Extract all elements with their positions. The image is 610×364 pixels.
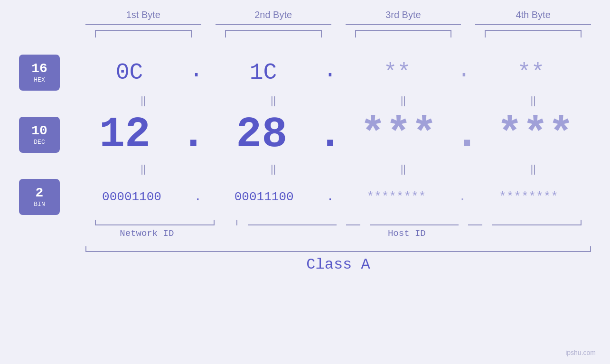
bin-val-1: 00001100 <box>69 190 194 204</box>
top-bracket-2 <box>225 30 322 37</box>
hex-byte-2: 1C <box>203 60 323 85</box>
dec-byte-2: 28 <box>206 111 317 159</box>
eq-1-3: || <box>346 93 461 109</box>
byte-header-3: 3rd Byte <box>346 9 461 25</box>
main-container: 1st Byte 2nd Byte 3rd Byte 4th Byte 16 H… <box>0 0 610 364</box>
dec-val-1: 12 <box>69 111 180 159</box>
dec-val-3: *** <box>343 111 454 159</box>
hex-byte-3: ** <box>337 60 457 85</box>
eq-1-1: || <box>85 93 201 109</box>
dec-label: DEC <box>34 139 45 146</box>
dec-byte-1: 12 <box>69 111 180 159</box>
dec-dot-3: . <box>454 111 480 159</box>
network-bracket <box>95 220 215 225</box>
byte-header-2: 2nd Byte <box>216 9 331 25</box>
bin-val-2: 00011100 <box>202 190 327 204</box>
equals-row-1: || || || || <box>85 93 591 109</box>
dec-dot-1: . <box>180 111 206 159</box>
top-brackets <box>85 30 591 37</box>
dec-row: 10 DEC 12 . 28 . *** . *** <box>19 111 591 159</box>
bin-byte-2: 00011100 <box>202 190 327 204</box>
top-bracket-3 <box>355 30 452 37</box>
bin-values: 00001100 . 00011100 . ******** . *******… <box>69 190 591 204</box>
hex-row: 16 HEX 0C . 1C . ** . ** <box>19 55 591 91</box>
hex-dot-3: . <box>457 57 471 88</box>
dec-val-2: 28 <box>206 111 317 159</box>
bin-row: 2 BIN 00001100 . 00011100 . ******** . *… <box>19 179 591 215</box>
dec-val-4: *** <box>480 111 591 159</box>
hex-label: HEX <box>34 76 45 84</box>
bin-byte-3: ******** <box>334 190 459 204</box>
eq-1-4: || <box>475 93 591 109</box>
class-row: Class A <box>85 256 591 273</box>
hex-dot-1: . <box>189 57 203 88</box>
bin-byte-4: ******** <box>466 190 591 204</box>
host-id-label: Host ID <box>223 228 591 239</box>
equals-row-2: || || || || <box>85 161 591 177</box>
bin-number: 2 <box>36 186 44 201</box>
hex-badge: 16 HEX <box>19 55 60 91</box>
hex-values: 0C . 1C . ** . ** <box>69 57 591 88</box>
top-bracket-4 <box>485 30 582 37</box>
hex-dot-2: . <box>323 57 337 88</box>
hex-val-4: ** <box>471 60 591 85</box>
byte-headers: 1st Byte 2nd Byte 3rd Byte 4th Byte <box>85 9 591 25</box>
hex-val-3: ** <box>337 60 457 85</box>
full-bracket <box>85 246 591 252</box>
eq-2-1: || <box>85 161 201 177</box>
dec-dot-2: . <box>317 111 343 159</box>
top-bracket-1 <box>95 30 192 37</box>
byte-header-1: 1st Byte <box>85 9 201 25</box>
dec-byte-3: *** <box>343 111 454 159</box>
bin-label: BIN <box>34 201 45 208</box>
hex-byte-1: 0C <box>69 60 189 85</box>
watermark: ipshu.com <box>565 349 596 356</box>
dec-byte-4: *** <box>480 111 591 159</box>
bin-dot-2: . <box>327 190 334 204</box>
network-id-label: Network ID <box>85 228 208 239</box>
host-bracket-left-border <box>236 220 591 225</box>
dec-badge: 10 DEC <box>19 117 60 153</box>
bin-badge: 2 BIN <box>19 179 60 215</box>
eq-1-2: || <box>216 93 331 109</box>
class-label: Class A <box>306 256 370 273</box>
hex-number: 16 <box>31 62 47 76</box>
bin-byte-1: 00001100 <box>69 190 194 204</box>
hex-val-1: 0C <box>69 60 189 85</box>
dec-values: 12 . 28 . *** . *** <box>69 111 591 159</box>
bin-val-3: ******** <box>334 190 459 204</box>
eq-2-2: || <box>216 161 331 177</box>
eq-2-4: || <box>475 161 591 177</box>
full-bottom-bracket <box>85 246 591 252</box>
hex-val-2: 1C <box>203 60 323 85</box>
bin-dot-1: . <box>194 190 202 204</box>
dec-number: 10 <box>31 124 47 139</box>
id-labels: Network ID Host ID <box>85 228 591 239</box>
bin-val-4: ******** <box>466 190 591 204</box>
hex-byte-4: ** <box>471 60 591 85</box>
eq-2-3: || <box>346 161 461 177</box>
byte-header-4: 4th Byte <box>475 9 591 25</box>
bin-dot-3: . <box>459 190 466 204</box>
